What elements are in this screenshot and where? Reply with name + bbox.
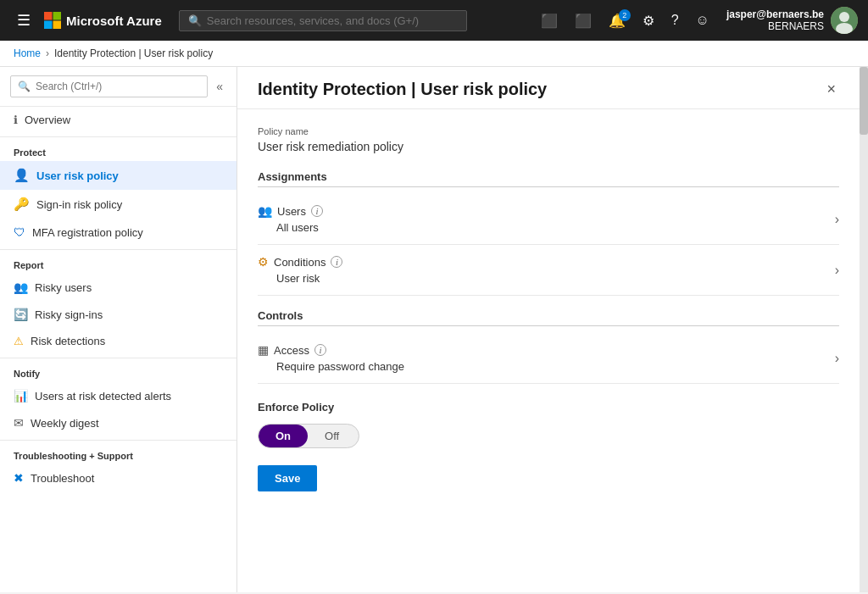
risk-detections-icon: ⚠	[14, 335, 24, 347]
conditions-info-icon[interactable]: i	[331, 256, 342, 268]
sidebar-item-label-alerts: Users at risk detected alerts	[35, 390, 171, 402]
sidebar-item-label-sign-in: Sign-in risk policy	[36, 198, 122, 211]
breadcrumb-current: Identity Protection | User risk policy	[54, 47, 213, 59]
conditions-header: ⚙ Conditions i	[258, 255, 342, 269]
access-left: ▦ Access i Require password change	[258, 343, 404, 373]
risky-users-icon: 👥	[14, 280, 28, 294]
weekly-digest-icon: ✉	[14, 416, 24, 430]
save-button[interactable]: Save	[258, 465, 317, 491]
sidebar-search-bar[interactable]: 🔍	[10, 75, 208, 97]
content-scrollbar[interactable]	[860, 67, 868, 592]
search-icon: 🔍	[188, 14, 202, 27]
page-title: Identity Protection | User risk policy	[258, 80, 547, 99]
users-assignment-row[interactable]: 👥 Users i All users ›	[258, 194, 839, 245]
sidebar-item-sign-in-risk-policy[interactable]: 🔑 Sign-in risk policy	[0, 190, 236, 219]
enforce-policy-section: Enforce Policy On Off	[258, 401, 839, 448]
topbar-icons: ⬛ ⬛ 🔔 2 ⚙ ? ☺ jasper@bernaers.be BERNAER…	[534, 7, 858, 34]
sidebar-section-protect: Protect	[0, 136, 236, 161]
access-icon: ▦	[258, 343, 269, 357]
sidebar-item-mfa-registration-policy[interactable]: 🛡 MFA registration policy	[0, 219, 236, 246]
policy-content: Policy name User risk remediation policy…	[237, 109, 860, 592]
content-scroll-thumb[interactable]	[860, 67, 868, 135]
svg-rect-1	[53, 12, 62, 20]
content-area: Identity Protection | User risk policy ×…	[237, 67, 860, 592]
svg-point-5	[839, 12, 849, 22]
sidebar-item-user-risk-policy[interactable]: 👤 User risk policy	[0, 161, 236, 190]
avatar[interactable]	[831, 7, 858, 34]
sidebar-search-input[interactable]	[36, 80, 200, 92]
svg-rect-2	[44, 21, 53, 30]
assignments-label: Assignments	[258, 170, 839, 187]
alerts-icon: 📊	[14, 389, 28, 402]
sidebar-item-weekly-digest[interactable]: ✉ Weekly digest	[0, 409, 236, 436]
toggle-off-button[interactable]: Off	[308, 425, 356, 447]
sidebar-item-label-risky-users: Risky users	[35, 281, 92, 294]
toggle-on-button[interactable]: On	[259, 425, 308, 447]
sidebar-header: 🔍 «	[0, 67, 236, 107]
users-left: 👥 Users i All users	[258, 204, 323, 234]
app-logo: Microsoft Azure	[44, 12, 172, 29]
mfa-icon: 🛡	[14, 225, 25, 239]
content-wrapper: Identity Protection | User risk policy ×…	[237, 67, 868, 592]
sidebar-item-label-troubleshoot: Troubleshoot	[31, 472, 94, 485]
users-info-icon[interactable]: i	[311, 205, 323, 217]
sidebar-section-troubleshoot: Troubleshooting + Support	[0, 440, 236, 464]
user-org: BERNAERS	[726, 20, 824, 32]
sign-in-icon: 🔑	[14, 197, 30, 212]
policy-name-label: Policy name	[258, 126, 839, 136]
conditions-chevron-icon: ›	[835, 263, 839, 278]
controls-label: Controls	[258, 309, 839, 326]
users-assign-icon: 👥	[258, 204, 272, 218]
access-info-icon[interactable]: i	[314, 344, 326, 356]
sidebar-collapse-button[interactable]: «	[213, 76, 226, 97]
users-header: 👥 Users i	[258, 204, 323, 218]
settings-icon[interactable]: ⚙	[636, 8, 661, 34]
sidebar-item-risk-detections[interactable]: ⚠ Risk detections	[0, 328, 236, 354]
search-bar[interactable]: 🔍	[179, 10, 467, 31]
sidebar: 🔍 « ℹ Overview Protect 👤 User risk polic…	[0, 67, 237, 592]
content-title-bar: Identity Protection | User risk policy ×	[237, 67, 860, 109]
sidebar-item-users-at-risk-alerts[interactable]: 📊 Users at risk detected alerts	[0, 382, 236, 409]
topbar: ☰ Microsoft Azure 🔍 ⬛ ⬛ 🔔 2 ⚙ ? ☺ jasper…	[0, 0, 868, 41]
close-button[interactable]: ×	[823, 77, 839, 102]
notifications-icon[interactable]: 🔔 2	[602, 8, 632, 34]
sidebar-item-risky-users[interactable]: 👥 Risky users	[0, 274, 236, 301]
access-row[interactable]: ▦ Access i Require password change ›	[258, 333, 839, 384]
conditions-label: Conditions	[274, 256, 326, 269]
feedback-smiley-icon[interactable]: ☺	[689, 8, 716, 33]
cloud-shell-icon[interactable]: ⬛	[534, 8, 565, 34]
conditions-value: User risk	[258, 272, 342, 285]
overview-icon: ℹ	[14, 114, 18, 126]
troubleshoot-icon: ✖	[14, 471, 24, 485]
enforce-policy-toggle[interactable]: On Off	[258, 424, 359, 448]
sidebar-item-label-user-risk: User risk policy	[36, 169, 119, 182]
sidebar-item-label-overview: Overview	[25, 114, 70, 126]
breadcrumb-separator: ›	[46, 47, 49, 59]
sidebar-content: ℹ Overview Protect 👤 User risk policy 🔑 …	[0, 107, 236, 592]
help-icon[interactable]: ?	[665, 8, 686, 33]
policy-name-value: User risk remediation policy	[258, 140, 839, 153]
sidebar-item-label-risky-sign-ins: Risky sign-ins	[35, 308, 103, 321]
conditions-assignment-row[interactable]: ⚙ Conditions i User risk ›	[258, 245, 839, 296]
sidebar-item-label-mfa: MFA registration policy	[32, 226, 143, 239]
sidebar-item-troubleshoot[interactable]: ✖ Troubleshoot	[0, 464, 236, 491]
search-input[interactable]	[207, 14, 458, 27]
conditions-left: ⚙ Conditions i User risk	[258, 255, 342, 285]
user-info[interactable]: jasper@bernaers.be BERNAERS	[726, 7, 858, 34]
sidebar-item-label-digest: Weekly digest	[31, 417, 99, 430]
hamburger-menu[interactable]: ☰	[10, 8, 37, 33]
enforce-policy-label: Enforce Policy	[258, 401, 839, 414]
sidebar-item-overview[interactable]: ℹ Overview	[0, 107, 236, 133]
breadcrumb-home[interactable]: Home	[14, 47, 41, 59]
feedback-icon[interactable]: ⬛	[568, 8, 598, 34]
sidebar-section-report: Report	[0, 249, 236, 274]
user-email: jasper@bernaers.be	[726, 8, 824, 20]
user-risk-policy-icon: 👤	[14, 168, 30, 183]
main-layout: 🔍 « ℹ Overview Protect 👤 User risk polic…	[0, 67, 868, 592]
sidebar-search-icon: 🔍	[18, 80, 31, 92]
sidebar-item-risky-sign-ins[interactable]: 🔄 Risky sign-ins	[0, 301, 236, 328]
sidebar-item-label-risk-detections: Risk detections	[31, 335, 105, 347]
access-chevron-icon: ›	[835, 351, 839, 366]
access-header: ▦ Access i	[258, 343, 404, 357]
access-label: Access	[274, 344, 309, 357]
